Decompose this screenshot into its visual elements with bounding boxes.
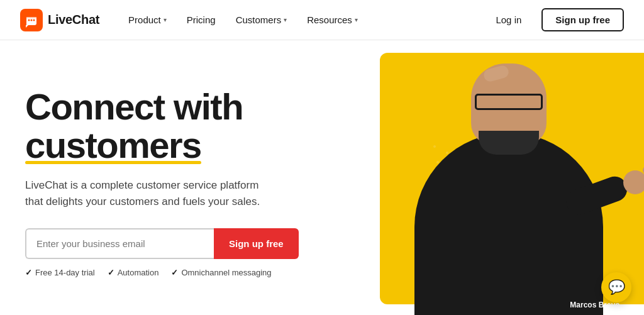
livechat-logo-icon [20, 9, 43, 31]
svg-point-1 [28, 19, 30, 21]
feature-list: ✓ Free 14-day trial ✓ Automation ✓ Omnic… [25, 268, 327, 277]
hero-title-line2: customers [25, 124, 201, 165]
nav-pricing-label: Pricing [187, 14, 216, 25]
chevron-down-icon: ▾ [284, 16, 287, 23]
nav-links: Product ▾ Pricing Customers ▾ Resources … [119, 9, 483, 30]
feature-label-0: Free 14-day trial [35, 268, 95, 277]
nav-item-pricing[interactable]: Pricing [178, 9, 225, 30]
svg-point-3 [33, 19, 35, 21]
chat-bubble-icon: 💬 [608, 279, 625, 296]
hero-subtitle: LiveChat is a complete customer service … [25, 177, 277, 211]
nav-product-label: Product [128, 14, 161, 25]
signup-hero-button[interactable]: Sign up free [214, 228, 299, 259]
hero-section: Connect with customers LiveChat is a com… [0, 40, 644, 315]
nav-resources-label: Resources [307, 14, 352, 25]
chevron-down-icon: ▾ [164, 16, 167, 23]
email-form: Sign up free [25, 228, 327, 259]
hero-right: Marcos Bravo, 💬 [352, 40, 644, 315]
nav-actions: Log in Sign up free [483, 8, 624, 31]
email-input[interactable] [25, 228, 214, 259]
nav-item-customers[interactable]: Customers ▾ [227, 9, 296, 30]
feature-item-0: ✓ Free 14-day trial [25, 268, 95, 277]
feature-item-2: ✓ Omnichannel messaging [171, 268, 271, 277]
person-figure: Marcos Bravo, [386, 54, 631, 315]
hero-title-line1: Connect with [25, 86, 243, 127]
feature-label-2: Omnichannel messaging [181, 268, 271, 277]
feature-label-1: Automation [118, 268, 159, 277]
check-icon: ✓ [108, 268, 114, 277]
check-icon: ✓ [171, 268, 178, 277]
logo[interactable]: LiveChat [20, 9, 99, 31]
logo-text: LiveChat [48, 13, 99, 27]
check-icon: ✓ [25, 268, 32, 277]
navbar: LiveChat Product ▾ Pricing Customers ▾ R… [0, 0, 644, 40]
hero-title: Connect with customers [25, 88, 327, 165]
signup-nav-button[interactable]: Sign up free [541, 8, 624, 31]
nav-customers-label: Customers [236, 14, 282, 25]
hero-left: Connect with customers LiveChat is a com… [0, 40, 352, 315]
feature-item-1: ✓ Automation [108, 268, 159, 277]
chevron-down-icon: ▾ [355, 16, 358, 23]
chat-widget-button[interactable]: 💬 [601, 272, 631, 302]
nav-item-resources[interactable]: Resources ▾ [298, 9, 367, 30]
login-button[interactable]: Log in [483, 9, 534, 30]
nav-item-product[interactable]: Product ▾ [119, 9, 175, 30]
svg-point-2 [31, 19, 33, 21]
